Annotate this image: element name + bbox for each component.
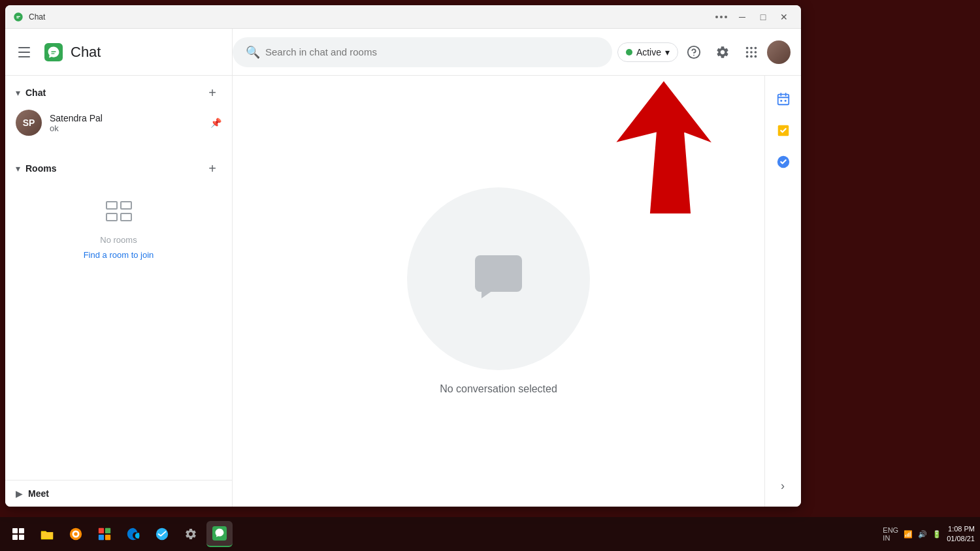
help-button[interactable] — [681, 39, 707, 65]
chat-section-header[interactable]: ▾ Chat + — [5, 76, 232, 104]
add-chat-button[interactable]: + — [203, 84, 221, 102]
top-bar: 🔍 Active ▾ — [233, 29, 801, 76]
app-body: Chat ▾ Chat + SP Satendra — [5, 29, 801, 507]
apps-button[interactable] — [738, 39, 764, 65]
meet-section-header[interactable]: ▶ Meet — [5, 480, 232, 507]
search-box[interactable]: 🔍 — [233, 37, 612, 67]
svg-rect-3 — [106, 213, 117, 221]
svg-rect-17 — [777, 95, 789, 105]
app-title: Chat — [71, 44, 101, 61]
contact-name: Satendra Pal — [50, 113, 203, 123]
svg-point-10 — [746, 51, 749, 54]
rooms-section-header[interactable]: ▾ Rooms + — [5, 151, 232, 180]
status-button[interactable]: Active ▾ — [617, 42, 678, 62]
rooms-chevron-icon: ▾ — [16, 163, 20, 174]
chat-bubble-icon — [475, 255, 522, 292]
svg-rect-28 — [105, 535, 110, 540]
svg-point-13 — [746, 55, 749, 57]
empty-state-label: No conversation selected — [440, 383, 557, 395]
taskbar-clock: 1:08 PM 01/08/21 — [947, 524, 975, 544]
svg-point-6 — [693, 54, 694, 55]
meet-chevron-icon: ▶ — [16, 488, 23, 499]
svg-rect-1 — [106, 202, 117, 209]
settings-button[interactable] — [710, 39, 736, 65]
chat-taskbar-button[interactable] — [206, 521, 233, 547]
close-button[interactable]: ✕ — [775, 10, 793, 24]
empty-state: No conversation selected — [407, 187, 590, 395]
svg-rect-4 — [121, 213, 131, 221]
hamburger-menu-button[interactable] — [16, 42, 37, 63]
svg-rect-18 — [780, 100, 782, 102]
tasks-icon-button[interactable] — [770, 118, 796, 144]
check-circle-icon-button[interactable] — [770, 149, 796, 175]
taskbar-left — [5, 521, 233, 547]
windows-logo-icon — [12, 528, 24, 540]
title-bar-title: Chat — [29, 12, 707, 22]
windows-start-button[interactable] — [5, 521, 31, 547]
maximize-button[interactable]: □ — [754, 10, 772, 24]
volume-icon: 🔊 — [918, 530, 927, 539]
svg-rect-2 — [121, 202, 131, 209]
store-button[interactable] — [91, 521, 118, 547]
status-chevron-icon: ▾ — [665, 47, 670, 57]
main-area: No conversation selected — [233, 76, 801, 507]
sidebar-header: Chat — [5, 29, 232, 76]
add-room-button[interactable]: + — [203, 159, 221, 178]
file-explorer-button[interactable] — [34, 521, 60, 547]
edge-button[interactable] — [120, 521, 146, 547]
meet-title: Meet — [28, 488, 49, 499]
expand-sidebar-button[interactable]: › — [770, 473, 796, 499]
chat-app-logo — [44, 43, 63, 61]
empty-circle — [407, 187, 590, 370]
no-rooms-label: No rooms — [100, 235, 137, 245]
messaging-button[interactable] — [149, 521, 175, 547]
search-input[interactable] — [265, 46, 599, 57]
taskbar-language: ENGIN — [883, 526, 898, 542]
svg-point-15 — [755, 55, 757, 57]
chat-preview: ok — [50, 123, 203, 133]
svg-marker-16 — [618, 82, 710, 213]
svg-point-14 — [750, 55, 753, 57]
chat-chevron-icon: ▾ — [16, 87, 20, 98]
search-icon: 🔍 — [246, 45, 260, 59]
chat-list-item[interactable]: SP Satendra Pal ok 📌 — [5, 104, 232, 141]
svg-point-7 — [746, 46, 749, 49]
title-bar-controls: ─ □ ✕ — [712, 10, 793, 24]
top-bar-actions: Active ▾ — [617, 39, 791, 65]
wifi-icon: 📶 — [904, 530, 913, 539]
avatar: SP — [16, 110, 42, 136]
calendar-icon-button[interactable] — [770, 86, 796, 112]
battery-icon: 🔋 — [932, 530, 941, 539]
user-avatar[interactable] — [767, 40, 791, 64]
annotation-arrow — [605, 76, 723, 219]
svg-rect-25 — [99, 528, 104, 533]
dots-icon — [715, 16, 727, 18]
title-bar-icon — [13, 12, 24, 22]
minimize-button[interactable]: ─ — [733, 10, 751, 24]
svg-rect-26 — [105, 528, 110, 533]
rooms-section-title: Rooms — [25, 163, 56, 174]
svg-point-24 — [74, 532, 78, 536]
svg-point-8 — [750, 46, 753, 49]
clock-date: 01/08/21 — [947, 534, 975, 544]
app-window: Chat ─ □ ✕ — [5, 5, 801, 507]
taskbar-right: ENGIN 📶 🔊 🔋 1:08 PM 01/08/21 — [883, 524, 975, 544]
svg-rect-27 — [99, 535, 104, 540]
settings-taskbar-button[interactable] — [178, 521, 204, 547]
more-options-button[interactable] — [712, 10, 730, 24]
svg-rect-19 — [784, 100, 786, 102]
clock-time: 1:08 PM — [947, 524, 975, 534]
svg-point-12 — [755, 51, 757, 54]
browser-button[interactable] — [63, 521, 89, 547]
chat-section-title: Chat — [25, 87, 46, 98]
meet-section: ▶ Meet — [5, 480, 232, 507]
status-indicator — [626, 49, 632, 55]
sidebar-scroll: ▾ Chat + SP Satendra Pal ok 📌 — [5, 76, 232, 480]
taskbar: ENGIN 📶 🔊 🔋 1:08 PM 01/08/21 — [0, 517, 980, 551]
status-label: Active — [636, 47, 661, 57]
find-room-link[interactable]: Find a room to join — [84, 250, 154, 260]
svg-point-9 — [755, 46, 757, 49]
right-sidebar: › — [764, 76, 801, 507]
chat-area: No conversation selected — [233, 76, 764, 507]
title-bar: Chat ─ □ ✕ — [5, 5, 801, 29]
